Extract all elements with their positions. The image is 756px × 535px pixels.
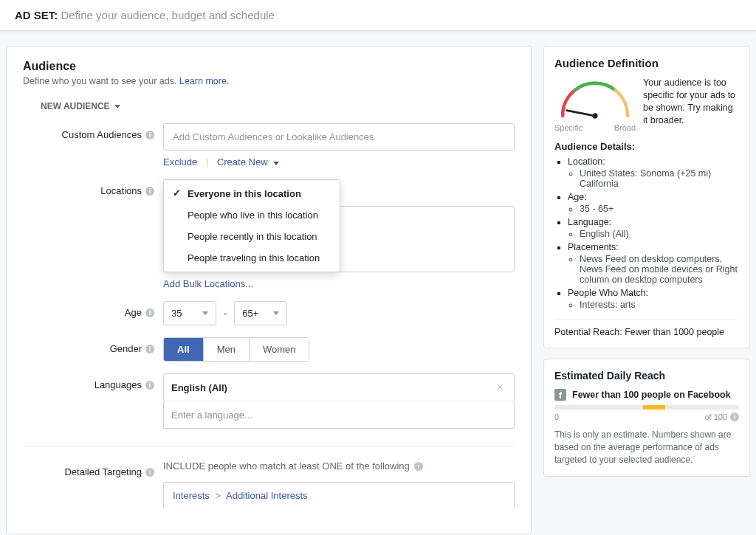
gender-label-text: Gender [110, 343, 142, 354]
new-audience-button[interactable]: NEW AUDIENCE [23, 97, 120, 123]
dt-breadcrumb: Interests > Additional Interests [163, 482, 515, 508]
audience-details-list: Location: United States: Sonoma (+25 mi)… [554, 156, 739, 310]
add-bulk-locations-link[interactable]: Add Bulk Locations... [163, 278, 253, 289]
main-panel: Audience Define who you want to see your… [6, 46, 532, 534]
edr-bar-segment [643, 405, 665, 410]
dt-include-description: INCLUDE people who match at least ONE of… [163, 460, 423, 472]
edr-axis-max: of 100 [704, 413, 727, 421]
topbar-title: AD SET: Define your audience, budget and… [15, 9, 741, 21]
info-icon[interactable]: i [414, 462, 423, 471]
detail-language: Language: English (All) [568, 217, 739, 239]
age-min-select[interactable]: 35 [163, 301, 216, 325]
estimated-daily-reach-panel: Estimated Daily Reach f Fewer than 100 p… [543, 359, 750, 477]
edr-facebook-row: f Fewer than 100 people on Facebook [554, 389, 739, 401]
age-max-value: 65+ [242, 308, 258, 319]
breadcrumb-separator: > [215, 490, 221, 501]
potential-reach: Potential Reach: Fewer than 1000 people [554, 319, 739, 337]
facebook-icon: f [554, 389, 566, 401]
create-new-link[interactable]: Create New [217, 156, 279, 168]
edr-bar [554, 405, 739, 410]
info-icon[interactable]: i [145, 187, 154, 196]
audience-details-heading: Audience Details: [554, 141, 739, 152]
info-icon[interactable]: i [145, 381, 154, 390]
new-audience-label: NEW AUDIENCE [41, 101, 110, 111]
languages-add-field[interactable]: Enter a language... [163, 401, 515, 429]
languages-tokens-field[interactable]: English (All) × [163, 373, 515, 401]
svg-line-0 [567, 111, 595, 116]
age-separator: - [224, 308, 227, 319]
svg-point-1 [592, 113, 597, 118]
edr-note: This is only an estimate. Numbers shown … [554, 429, 739, 466]
chevron-down-icon [202, 311, 208, 315]
custom-audiences-label: Custom Audiences i [23, 123, 163, 140]
languages-placeholder: Enter a language... [171, 410, 252, 421]
edr-facebook-value: Fewer than 100 people on Facebook [572, 390, 731, 400]
locations-label: Locations i [23, 179, 163, 196]
audience-heading: Audience [23, 60, 515, 73]
edr-title: Estimated Daily Reach [554, 370, 739, 382]
audience-definition-panel: Audience Definition Specific Broad [543, 46, 750, 348]
age-max-select[interactable]: 65+ [234, 301, 287, 325]
remove-token-button[interactable]: × [494, 381, 506, 394]
chevron-down-icon [114, 105, 120, 108]
breadcrumb-interests[interactable]: Interests [173, 490, 210, 501]
gauge-label-specific: Specific [554, 123, 583, 132]
info-icon[interactable]: i [145, 345, 154, 353]
detail-placements: Placements: News Feed on desktop compute… [568, 242, 739, 285]
audience-subtext: Define who you want to see your ads. Lea… [23, 76, 515, 86]
dropdown-item-traveling[interactable]: People traveling in this location [164, 247, 340, 269]
audience-definition-title: Audience Definition [554, 57, 739, 69]
info-icon[interactable]: i [730, 413, 739, 421]
gender-women-button[interactable]: Women [250, 338, 309, 361]
breadcrumb-additional-interests[interactable]: Additional Interests [226, 490, 308, 501]
detail-location: Location: United States: Sonoma (+25 mi)… [568, 156, 739, 189]
exclude-link[interactable]: Exclude [163, 156, 197, 168]
detail-placements-value: News Feed on desktop computers, News Fee… [580, 254, 739, 285]
topbar-title-strong: AD SET: [15, 9, 58, 21]
audience-gauge: Specific Broad [554, 77, 636, 132]
divider [23, 446, 515, 447]
language-token: English (All) [171, 382, 227, 393]
info-icon[interactable]: i [145, 308, 154, 317]
locations-scope-dropdown[interactable]: Everyone in this location People who liv… [163, 179, 340, 272]
learn-more-link[interactable]: Learn more [179, 76, 227, 86]
custom-audiences-input[interactable] [163, 123, 515, 151]
gauge-label-broad: Broad [614, 123, 636, 132]
age-label-text: Age [125, 307, 142, 318]
gender-all-button[interactable]: All [164, 338, 204, 361]
chevron-down-icon [273, 311, 279, 315]
detail-language-value: English (All) [580, 229, 739, 239]
dropdown-item-recent[interactable]: People recently in this location [164, 226, 340, 247]
gender-men-button[interactable]: Men [204, 338, 250, 361]
topbar: AD SET: Define your audience, budget and… [0, 0, 756, 31]
topbar-title-sub: Define your audience, budget and schedul… [61, 9, 275, 21]
chevron-down-icon [273, 162, 279, 165]
locations-label-text: Locations [100, 185, 142, 196]
edr-axis: 0 of 100 i [554, 413, 739, 421]
vertical-divider: | [206, 156, 208, 168]
edr-axis-min: 0 [554, 413, 559, 421]
detail-people-who-match: People Who Match: Interests: arts [568, 288, 739, 310]
languages-label-text: Languages [94, 379, 142, 390]
dropdown-item-everyone[interactable]: Everyone in this location [164, 183, 340, 204]
age-label: Age i [23, 301, 163, 318]
info-icon[interactable]: i [145, 131, 154, 139]
gender-toggle-group: All Men Women [163, 337, 309, 362]
detail-age: Age: 35 - 65+ [568, 192, 739, 214]
detail-pwm-value: Interests: arts [580, 300, 739, 310]
age-min-value: 35 [171, 308, 182, 319]
audience-warning: Your audience is too specific for your a… [643, 77, 739, 127]
custom-audiences-sublinks: Exclude | Create New [163, 156, 515, 168]
info-icon[interactable]: i [145, 468, 154, 477]
audience-subtext-text: Define who you want to see your ads. [23, 76, 179, 86]
detail-location-value: United States: Sonoma (+25 mi) Californi… [580, 168, 739, 189]
gender-label: Gender i [23, 337, 163, 354]
languages-label: Languages i [23, 373, 163, 390]
detail-age-value: 35 - 65+ [580, 204, 739, 214]
custom-audiences-label-text: Custom Audiences [62, 129, 142, 140]
detailed-targeting-label-text: Detailed Targeting [64, 466, 142, 477]
dt-include-text: INCLUDE people who match at least ONE of… [163, 460, 410, 472]
detailed-targeting-label: Detailed Targeting i [23, 460, 163, 477]
create-new-label: Create New [217, 156, 268, 168]
dropdown-item-live[interactable]: People who live in this location [164, 204, 340, 226]
